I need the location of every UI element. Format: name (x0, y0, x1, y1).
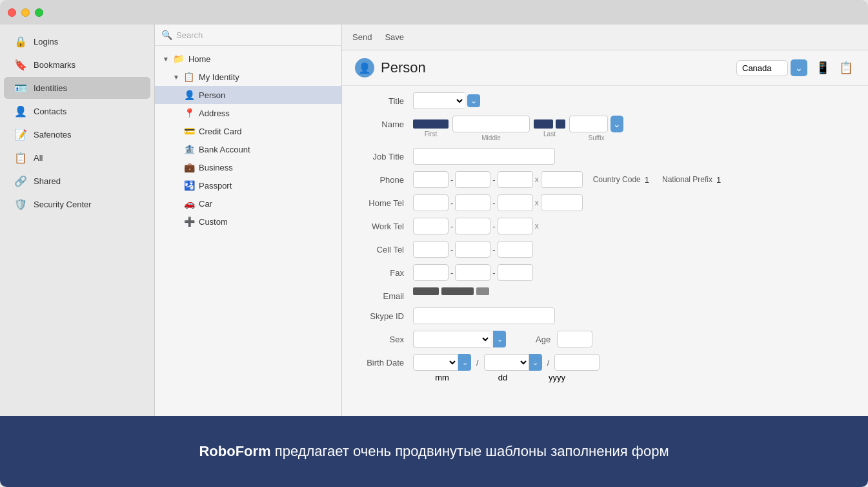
tree-item-business[interactable]: 💼 Business (155, 158, 341, 176)
birth-year-input[interactable] (554, 354, 600, 371)
fax-area-input[interactable] (413, 264, 449, 281)
name-last-col: Last (534, 119, 565, 138)
search-icon: 🔍 (161, 30, 172, 40)
title-field-label: Title (355, 92, 413, 106)
work-tel-input-group: - - x (413, 218, 539, 234)
save-button[interactable]: Save (385, 32, 404, 42)
tree-item-address[interactable]: 📍 Address (155, 104, 341, 122)
tree-item-home[interactable]: ▼ 📁 Home (155, 50, 341, 68)
title-row: Title ⌄ (355, 92, 855, 109)
country-dropdown-button[interactable]: ⌄ (791, 59, 807, 76)
mobile-view-button[interactable]: 📱 (814, 59, 832, 77)
cell-tel-input-group: - - (413, 241, 533, 258)
sidebar-item-logins[interactable]: 🔒 Logins (4, 30, 150, 52)
home-tel-field-label: Home Tel (355, 194, 413, 208)
tree-item-person[interactable]: 👤 Person (155, 86, 341, 104)
fax-prefix-input[interactable] (455, 264, 490, 281)
home-tel-number-input[interactable] (498, 194, 533, 211)
search-input[interactable] (176, 30, 335, 40)
phone-row: Phone - - x Count (355, 171, 855, 188)
birth-day-select[interactable] (484, 354, 529, 371)
close-button[interactable] (8, 8, 16, 17)
sidebar-item-shared[interactable]: 🔗 Shared (4, 170, 150, 192)
work-tel-prefix-input[interactable] (455, 218, 490, 234)
sidebar-item-all[interactable]: 📋 All (4, 147, 150, 169)
sidebar-item-identities[interactable]: 🪪 Identities (4, 77, 150, 99)
name-first-label: First (425, 130, 437, 138)
email-fields (413, 287, 855, 295)
sidebar-item-bookmarks[interactable]: 🔖 Bookmarks (4, 54, 150, 76)
work-tel-area-input[interactable] (413, 218, 449, 234)
tree-item-bank-account[interactable]: 🏦 Bank Account (155, 140, 341, 158)
home-tel-prefix-input[interactable] (455, 194, 490, 211)
home-tel-ext-input[interactable] (541, 194, 583, 211)
age-label: Age (536, 335, 550, 344)
name-middle-input[interactable] (452, 116, 530, 132)
tree-item-custom[interactable]: ➕ Custom (155, 212, 341, 231)
business-icon: 💼 (183, 161, 195, 173)
form-body: Title ⌄ Name First (342, 86, 868, 416)
tree-item-credit-card[interactable]: 💳 Credit Card (155, 122, 341, 140)
fax-row: Fax - - (355, 264, 855, 281)
skype-input[interactable] (413, 307, 555, 324)
tree-item-passport[interactable]: 🛂 Passport (155, 176, 341, 194)
phone-area-input[interactable] (413, 171, 449, 188)
job-title-input[interactable] (413, 148, 555, 165)
sidebar-item-contacts[interactable]: 👤 Contacts (4, 100, 150, 122)
country-select[interactable]: Canada USA UK (736, 60, 788, 76)
tree-label-home: Home (188, 54, 211, 64)
name-suffix-input[interactable] (569, 116, 608, 132)
phone-prefix-input[interactable] (455, 171, 490, 188)
name-middle-col: Middle (452, 116, 530, 141)
credit-card-icon: 💳 (183, 125, 195, 137)
work-tel-number-input[interactable] (498, 218, 533, 234)
email-field-label: Email (355, 287, 413, 301)
phone-input-group: - - x (413, 171, 583, 188)
banner: RoboForm предлагает очень продвинутые ша… (0, 416, 868, 487)
sidebar-item-security-center[interactable]: 🛡️ Security Center (4, 193, 150, 215)
tree-label-car: Car (199, 199, 212, 209)
work-tel-fields: - - x (413, 218, 855, 234)
name-row: Name First Middle (355, 116, 855, 141)
age-input[interactable] (557, 331, 592, 347)
fax-number-input[interactable] (498, 264, 533, 281)
name-first-col: First (413, 119, 449, 138)
maximize-button[interactable] (35, 8, 43, 17)
cell-tel-area-input[interactable] (413, 241, 449, 258)
sidebar-item-safenotes[interactable]: 📝 Safenotes (4, 123, 150, 145)
skype-field-label: Skype ID (355, 307, 413, 321)
phone-number-input[interactable] (498, 171, 533, 188)
email-masked-display (413, 287, 489, 295)
home-tel-area-input[interactable] (413, 194, 449, 211)
sidebar-label-bookmarks: Bookmarks (34, 60, 76, 70)
tree-panel: ▼ 📁 Home ▼ 📋 My Identity 👤 Person 📍 (155, 46, 341, 234)
cell-tel-prefix-input[interactable] (455, 241, 490, 258)
email-part2 (441, 287, 474, 295)
form-title: Person (381, 59, 426, 76)
banner-text: RoboForm предлагает очень продвинутые ша… (199, 442, 669, 462)
form-header: 👤 Person Canada USA UK ⌄ 📱 📋 (342, 50, 868, 86)
form-title-area: 👤 Person (355, 58, 426, 78)
birth-month-select[interactable] (413, 354, 458, 371)
copy-button[interactable]: 📋 (837, 59, 855, 77)
sidebar-label-identities: Identities (34, 83, 67, 93)
sex-select[interactable]: Male Female (413, 331, 490, 347)
name-last-masked (534, 119, 553, 129)
send-button[interactable]: Send (352, 32, 372, 42)
tree-item-car[interactable]: 🚗 Car (155, 194, 341, 212)
country-code-value: 1 (645, 175, 649, 185)
tree-label-address: Address (199, 109, 230, 118)
tree-item-my-identity[interactable]: ▼ 📋 My Identity (155, 68, 341, 86)
form-panel: Send Save 👤 Person Canada USA UK (342, 25, 868, 416)
minimize-button[interactable] (21, 8, 30, 17)
banner-brand: RoboForm (199, 443, 270, 459)
title-select[interactable] (413, 92, 465, 109)
suffix-dropdown-button[interactable]: ⌄ (611, 116, 623, 132)
phone-ext-input[interactable] (541, 171, 583, 188)
name-suffix-label: Suffix (589, 134, 605, 141)
cell-tel-number-input[interactable] (498, 241, 533, 258)
banner-description: предлагает очень продвинутые шаблоны зап… (271, 443, 669, 459)
identity-folder-icon: 📋 (183, 71, 195, 83)
national-prefix-item: National Prefix 1 (662, 175, 721, 185)
birth-input-group: ⌄ / ⌄ / (413, 354, 600, 371)
